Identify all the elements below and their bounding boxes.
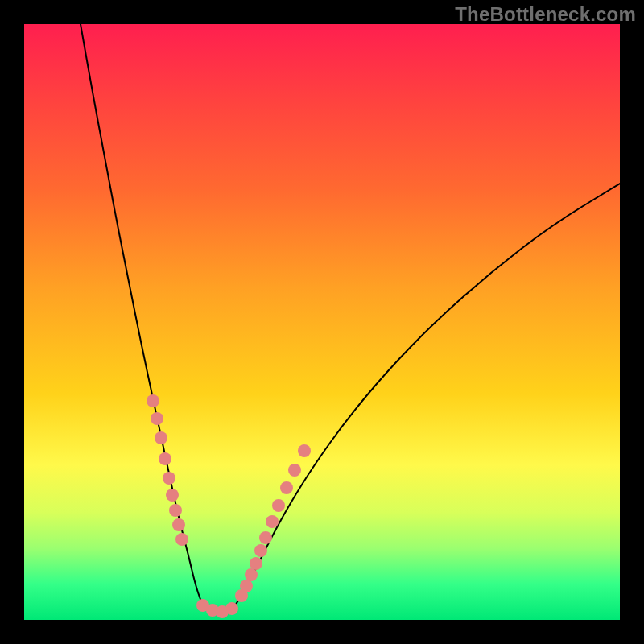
chart-stage: TheBottleneck.com	[0, 0, 644, 644]
curve-group	[80, 24, 620, 612]
data-marker	[163, 472, 175, 485]
curve-left-curve	[80, 24, 203, 605]
chart-svg	[24, 24, 620, 620]
data-marker	[266, 515, 279, 528]
data-marker	[172, 518, 185, 531]
data-marker	[155, 431, 167, 444]
data-marker	[254, 544, 267, 557]
data-marker	[245, 568, 258, 581]
data-marker	[250, 557, 262, 570]
data-marker	[240, 580, 253, 592]
data-marker	[272, 499, 285, 512]
watermark-label: TheBottleneck.com	[455, 3, 636, 26]
data-marker	[159, 452, 171, 465]
data-marker	[259, 531, 272, 544]
marker-group	[147, 394, 311, 618]
data-marker	[151, 412, 163, 425]
data-marker	[175, 533, 188, 546]
data-marker	[147, 394, 159, 407]
data-marker	[166, 489, 179, 502]
data-marker	[280, 481, 293, 494]
plot-area	[24, 24, 620, 620]
data-marker	[169, 504, 182, 517]
data-marker	[288, 464, 301, 477]
curve-right-curve	[235, 184, 620, 605]
data-marker	[225, 602, 238, 615]
data-marker	[298, 444, 311, 457]
